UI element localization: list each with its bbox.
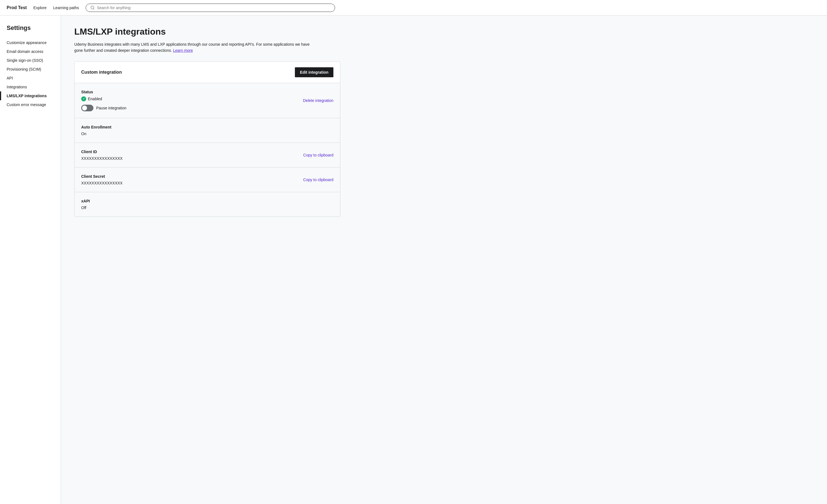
client-secret-value: XXXXXXXXXXXXXXXX <box>81 181 333 185</box>
xapi-section: xAPI Off <box>75 192 340 217</box>
status-check-icon <box>81 96 86 101</box>
client-id-value: XXXXXXXXXXXXXXXX <box>81 156 333 161</box>
copy-client-secret-link[interactable]: Copy to clipboard <box>303 177 333 182</box>
sidebar-item-sso[interactable]: Single sign-on (SSO) <box>7 56 61 65</box>
sidebar-item-custom-error[interactable]: Custom error message <box>7 100 61 109</box>
search-icon <box>90 6 95 10</box>
nav-learning-paths[interactable]: Learning paths <box>53 6 79 10</box>
sidebar-item-provisioning[interactable]: Provisioning (SCIM) <box>7 65 61 74</box>
client-secret-section: Client Secret XXXXXXXXXXXXXXXX Copy to c… <box>75 168 340 192</box>
card-title: Custom integration <box>81 70 122 75</box>
status-enabled-row: Enabled <box>81 96 333 101</box>
svg-line-1 <box>93 9 94 9</box>
copy-client-id-link[interactable]: Copy to clipboard <box>303 153 333 157</box>
sidebar-title: Settings <box>7 24 61 32</box>
card-header: Custom integration Edit integration <box>75 62 340 83</box>
xapi-value: Off <box>81 206 333 210</box>
page-title: LMS/LXP integrations <box>74 26 814 37</box>
client-id-label: Client ID <box>81 150 333 154</box>
svg-point-0 <box>91 6 94 9</box>
auto-enrollment-value: On <box>81 131 333 136</box>
status-label: Status <box>81 90 333 94</box>
main-layout: Settings Customize appearance Email doma… <box>0 15 827 504</box>
page-description: Udemy Business integrates with many LMS … <box>74 41 312 54</box>
client-secret-label: Client Secret <box>81 174 333 179</box>
sidebar-item-lms-lxp[interactable]: LMS/LXP integrations <box>7 92 61 100</box>
main-content: LMS/LXP integrations Udemy Business inte… <box>61 15 827 504</box>
card-body: Status Enabled Pause integration Delete … <box>75 83 340 217</box>
settings-sidebar: Settings Customize appearance Email doma… <box>0 15 61 504</box>
sidebar-item-api[interactable]: API <box>7 74 61 82</box>
edit-integration-button[interactable]: Edit integration <box>295 67 333 77</box>
sidebar-item-customize-appearance[interactable]: Customize appearance <box>7 38 61 47</box>
auto-enrollment-label: Auto Enrollment <box>81 125 333 129</box>
xapi-label: xAPI <box>81 199 333 203</box>
status-enabled-text: Enabled <box>88 97 102 101</box>
learn-more-link[interactable]: Learn more <box>173 48 193 53</box>
delete-integration-link[interactable]: Delete integration <box>303 98 333 103</box>
status-section: Status Enabled Pause integration Delete … <box>75 83 340 118</box>
search-input[interactable] <box>97 6 330 10</box>
top-navigation: Prod Test Explore Learning paths <box>0 0 827 15</box>
nav-explore[interactable]: Explore <box>34 6 47 10</box>
pause-integration-label: Pause integration <box>96 106 127 110</box>
brand-logo[interactable]: Prod Test <box>7 5 27 10</box>
integration-card: Custom integration Edit integration Stat… <box>74 61 340 217</box>
pause-row: Pause integration <box>81 105 333 111</box>
sidebar-item-email-domain-access[interactable]: Email domain access <box>7 47 61 56</box>
search-bar <box>86 4 335 12</box>
pause-toggle[interactable] <box>81 105 93 111</box>
auto-enrollment-section: Auto Enrollment On <box>75 118 340 143</box>
sidebar-item-integrations[interactable]: Integrations <box>7 82 61 92</box>
client-id-section: Client ID XXXXXXXXXXXXXXXX Copy to clipb… <box>75 143 340 168</box>
